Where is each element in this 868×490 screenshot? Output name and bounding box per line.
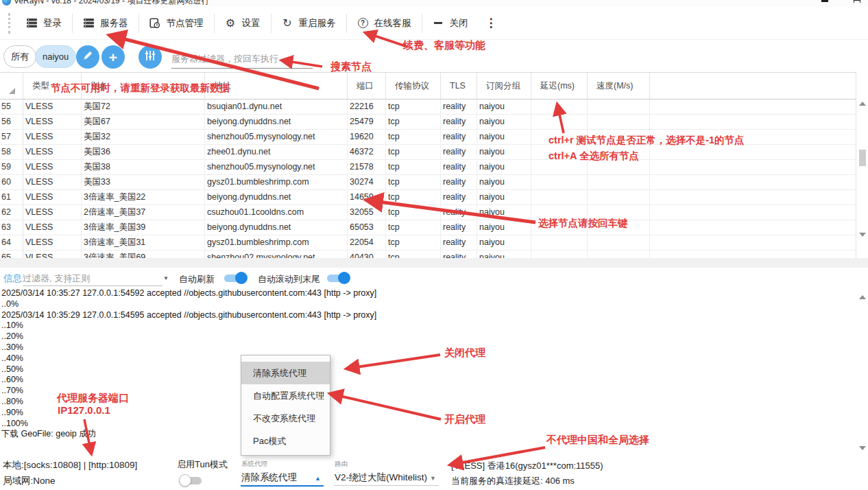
- cell-protocol: tcp: [386, 175, 441, 190]
- header-speed[interactable]: 速度(M/s): [588, 73, 650, 99]
- table-row[interactable]: 61VLESS3倍速率_美国22beiyong.dynuddns.net1465…: [0, 190, 856, 205]
- log-line: 2025/03/14 10:35:29 127.0.0.1:54595 acce…: [1, 310, 824, 321]
- toolbar-drag-handle[interactable]: [8, 13, 10, 34]
- table-scroll-up-icon[interactable]: [859, 102, 866, 106]
- header-group[interactable]: 订阅分组: [477, 73, 531, 99]
- cell-type: VLESS: [23, 145, 82, 160]
- table-row[interactable]: 63VLESS3倍速率_美国39beiyong.dynuddns.net6505…: [0, 220, 856, 235]
- chevron-up-icon[interactable]: ▲: [315, 475, 321, 482]
- cell-latency: [531, 100, 588, 115]
- system-proxy-select-value[interactable]: 清除系统代理: [241, 471, 297, 484]
- cell-protocol: tcp: [386, 235, 441, 250]
- cell-protocol: tcp: [386, 100, 441, 115]
- table-row[interactable]: 62VLESS2倍速率_美国37csuzhou01.1cooldns.com32…: [0, 205, 856, 220]
- table-row[interactable]: 60VLESS美国33gysz01.bumbleshrimp.com30274t…: [0, 175, 856, 190]
- table-row[interactable]: 56VLESS美国67beiyong.dynuddns.net25479tcpr…: [0, 115, 856, 130]
- settings-button[interactable]: ⚙ 设置: [215, 12, 271, 34]
- header-corner[interactable]: [0, 73, 23, 99]
- chevron-down-icon[interactable]: ▼: [163, 275, 169, 281]
- app-icon: [2, 0, 11, 5]
- pencil-icon: [82, 49, 94, 65]
- log-scroll-down-icon[interactable]: [859, 446, 866, 450]
- cell-group: naiyou: [477, 250, 531, 258]
- cell-filler: [650, 190, 856, 205]
- cell-alias: 美国38: [82, 160, 205, 175]
- header-protocol[interactable]: 传输协议: [386, 73, 441, 99]
- cell-group: naiyou: [477, 190, 531, 205]
- cell-latency: [531, 115, 588, 130]
- online-support-label: 在线客服: [374, 17, 411, 30]
- cell-latency: [531, 235, 588, 250]
- local-listen-info: 本地:[socks:10808] | [http:10809]: [3, 459, 137, 471]
- restart-service-button[interactable]: ↻ 重启服务: [272, 12, 346, 34]
- chevron-down-icon[interactable]: ▼: [430, 475, 436, 482]
- header-port[interactable]: 端口: [348, 73, 386, 99]
- edit-subscription-button[interactable]: [76, 45, 99, 69]
- header-filler: [650, 73, 856, 99]
- system-proxy-menu: 清除系统代理自动配置系统代理不改变系统代理Pac模式: [241, 355, 330, 456]
- menu-item[interactable]: Pac模式: [241, 430, 330, 452]
- maximize-window-button[interactable]: [854, 0, 860, 3]
- menu-item[interactable]: 自动配置系统代理: [241, 384, 330, 407]
- log-panel: 信息 ▼ 自动刷新 自动滚动到末尾 2025/03/14 10:35:27 12…: [0, 268, 868, 453]
- menu-item[interactable]: 清除系统代理: [241, 362, 330, 384]
- log-line: ..0%: [1, 299, 824, 310]
- horizontal-scrollbar-track[interactable]: [0, 258, 868, 268]
- header-latency[interactable]: 延迟(ms): [531, 73, 588, 99]
- log-line: ..50%: [1, 364, 824, 375]
- cell-alias: 美国72: [82, 100, 205, 115]
- cell-port: 14659: [348, 190, 386, 205]
- cell-port: 32055: [348, 205, 386, 220]
- table-scrollbar-thumb[interactable]: [859, 150, 866, 166]
- cell-latency: [531, 175, 588, 190]
- cell-group: naiyou: [477, 160, 531, 175]
- kebab-menu-icon[interactable]: ⋮: [479, 16, 504, 30]
- system-proxy-select-underline: [241, 485, 324, 487]
- log-line: ..20%: [1, 331, 824, 342]
- header-tls[interactable]: TLS: [441, 73, 477, 99]
- table-scroll-down-icon[interactable]: [859, 233, 866, 237]
- table-row[interactable]: 64VLESS3倍速率_美国31gysz01.bumbleshrimp.com2…: [0, 235, 856, 250]
- settings-label: 设置: [242, 17, 261, 30]
- cell-protocol: tcp: [386, 190, 441, 205]
- cell-speed: [588, 115, 650, 130]
- group-chip-all[interactable]: 所有: [3, 45, 36, 68]
- table-row[interactable]: 59VLESS美国38shenzhou05.mysynology.net2157…: [0, 160, 856, 175]
- annotation-proxy-port-line1: 代理服务器端口: [57, 392, 129, 405]
- minimize-window-button[interactable]: [821, 0, 828, 2]
- servers-button[interactable]: 服务器: [73, 12, 138, 34]
- group-chip-naiyou[interactable]: naiyou: [35, 45, 76, 68]
- cell-type: VLESS: [23, 100, 82, 115]
- log-filter-input[interactable]: [23, 271, 162, 286]
- route-select-value[interactable]: V2-绕过大陆(Whitelist): [335, 471, 427, 484]
- cell-index: 64: [0, 235, 23, 250]
- cell-alias: 美国33: [82, 175, 205, 190]
- cell-index: 60: [0, 175, 23, 190]
- cell-type: VLESS: [23, 250, 82, 258]
- cell-alias: 3倍速率_美国69: [82, 250, 205, 258]
- annotation-ctrl-a: ctrl+A 全选所有节点: [548, 150, 639, 163]
- node-manage-button[interactable]: 节点管理: [139, 12, 214, 34]
- table-row[interactable]: 58VLESS美国36zhee01.dynu.net46372tcprealit…: [0, 145, 856, 160]
- cell-address: gysz01.bumbleshrimp.com: [205, 175, 348, 190]
- cell-protocol: tcp: [386, 205, 441, 220]
- cell-speed: [588, 175, 650, 190]
- cell-address: beiyong.dynuddns.net: [205, 220, 348, 235]
- online-support-button[interactable]: ? 在线客服: [347, 12, 422, 34]
- cell-index: 61: [0, 190, 23, 205]
- add-subscription-button[interactable]: +: [101, 45, 125, 69]
- server-filter-input[interactable]: [171, 49, 313, 69]
- menu-item[interactable]: 不改变系统代理: [241, 407, 330, 430]
- cell-speed: [588, 100, 650, 115]
- table-row[interactable]: 55VLESS美国72bsuqian01.dynu.net22216tcprea…: [0, 100, 856, 115]
- close-button[interactable]: 关闭: [422, 12, 479, 34]
- login-button[interactable]: 登录: [16, 12, 72, 34]
- cell-tls: reality: [441, 190, 477, 205]
- annotation-no-proxy-cn: 不代理中国和全局选择: [546, 434, 649, 447]
- auto-scroll-toggle[interactable]: [327, 272, 350, 284]
- log-scroll-up-icon[interactable]: [859, 295, 866, 299]
- sort-filter-button[interactable]: [138, 45, 162, 69]
- tun-mode-toggle[interactable]: [179, 474, 202, 487]
- table-row[interactable]: 65VLESS3倍速率_美国69shenzhou02.mysynology.ne…: [0, 250, 856, 258]
- auto-refresh-toggle[interactable]: [224, 272, 248, 284]
